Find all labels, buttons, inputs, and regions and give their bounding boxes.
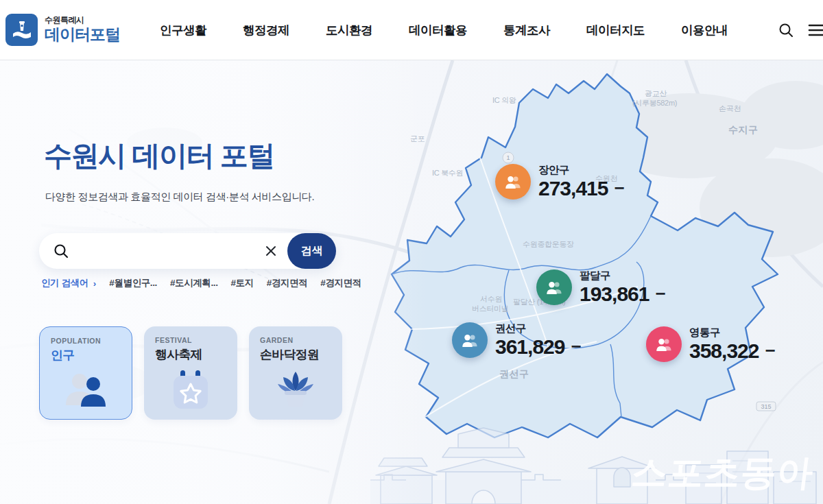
- popular-keywords-label[interactable]: 인기 검색어: [41, 277, 88, 289]
- main-nav: 인구생활 행정경제 도시환경 데이터활용 통계조사 데이터지도 이용안내: [160, 22, 728, 38]
- population-marker-icon[interactable]: [495, 164, 531, 200]
- popular-keywords-row: 인기 검색어 › #월별인구... #도시계획... #토지 #경지면적 #경지…: [41, 277, 361, 289]
- search-icon: [53, 243, 69, 259]
- logo-title-text: 데이터포털: [45, 25, 120, 43]
- plant-icon: [275, 369, 316, 410]
- search-input[interactable]: [75, 245, 261, 257]
- card-festival[interactable]: FESTIVAL 행사축제: [144, 326, 237, 420]
- nav-item-statistics-survey[interactable]: 통계조사: [503, 22, 550, 38]
- svg-text:버스터미널: 버스터미널: [472, 304, 509, 313]
- district-marker-yeongtong: 영통구 358,322 −: [646, 326, 776, 362]
- population-change-indicator: −: [655, 284, 665, 304]
- card-eyebrow: FESTIVAL: [155, 336, 237, 344]
- svg-text:IC 의왕: IC 의왕: [492, 96, 516, 104]
- hamburger-menu-icon[interactable]: [808, 22, 823, 38]
- nav-item-urban-environment[interactable]: 도시환경: [326, 22, 372, 38]
- keyword-tag[interactable]: #경지면적: [267, 277, 308, 289]
- district-marker-gwonseon: 권선구 361,829 −: [452, 322, 582, 358]
- card-population[interactable]: POPULATION 인구: [39, 326, 132, 420]
- district-name: 권선구: [495, 322, 582, 334]
- population-marker-icon[interactable]: [452, 322, 488, 358]
- svg-text:IC 북수원: IC 북수원: [432, 169, 463, 177]
- search-button[interactable]: 검색: [287, 233, 336, 269]
- svg-text:권선구: 권선구: [499, 368, 529, 379]
- card-label: 인구: [51, 347, 132, 363]
- nav-item-population-life[interactable]: 인구생활: [160, 22, 206, 38]
- population-change-indicator: −: [614, 178, 624, 198]
- nav-item-user-guide[interactable]: 이용안내: [681, 22, 728, 38]
- keyword-tag[interactable]: #토지: [230, 277, 253, 289]
- card-label: 손바닥정원: [260, 346, 342, 363]
- keyword-tag[interactable]: #경지면적: [320, 277, 361, 289]
- page-subtitle: 다양한 정보검색과 효율적인 데이터 검색·분석 서비스입니다.: [45, 191, 314, 204]
- district-name: 장안구: [538, 164, 625, 176]
- district-marker-jangan: 장안구 273,415 −: [495, 164, 625, 200]
- people-icon: [63, 370, 108, 409]
- district-population: 361,829: [495, 335, 564, 358]
- card-eyebrow: POPULATION: [51, 337, 132, 345]
- district-name: 팔달구: [580, 269, 666, 281]
- svg-text:315: 315: [761, 403, 771, 410]
- district-population: 273,415: [538, 177, 608, 200]
- svg-text:손곡천: 손곡천: [719, 104, 741, 112]
- card-garden[interactable]: GARDEN 손바닥정원: [249, 326, 342, 420]
- clear-search-icon[interactable]: [261, 241, 281, 261]
- svg-text:수지구: 수지구: [728, 124, 759, 135]
- population-change-indicator: −: [765, 341, 775, 361]
- keyword-tag[interactable]: #도시계획...: [170, 277, 218, 289]
- chevron-right-icon[interactable]: ›: [93, 278, 97, 289]
- nav-item-data-map[interactable]: 데이터지도: [586, 22, 645, 38]
- population-marker-icon[interactable]: [536, 269, 572, 305]
- district-name: 영통구: [689, 326, 776, 338]
- suwon-lighthouse-logo-icon: [5, 14, 38, 46]
- svg-text:광교산: 광교산: [645, 89, 667, 97]
- district-population: 358,322: [689, 339, 759, 362]
- population-change-indicator: −: [571, 337, 581, 357]
- site-logo[interactable]: 수원특례시 데이터포털: [5, 14, 120, 46]
- population-marker-icon[interactable]: [646, 326, 682, 362]
- search-bar: 검색: [39, 233, 336, 269]
- calendar-star-icon: [171, 369, 211, 410]
- quick-link-cards: POPULATION 인구 FESTIVAL 행사축제 GARDEN 손바닥정원: [39, 326, 342, 420]
- svg-text:서수원: 서수원: [480, 295, 502, 303]
- svg-text:수원종합운동장: 수원종합운동장: [523, 240, 574, 248]
- district-population: 193,861: [580, 283, 649, 305]
- card-eyebrow: GARDEN: [260, 336, 342, 344]
- district-marker-paldal: 팔달구 193,861 −: [536, 269, 666, 305]
- nav-item-admin-economy[interactable]: 행정경제: [243, 22, 289, 38]
- card-label: 행사축제: [155, 346, 237, 363]
- keyword-tag[interactable]: #월별인구...: [109, 277, 157, 289]
- logo-agency-text: 수원특례시: [45, 16, 120, 25]
- svg-text:1: 1: [506, 154, 510, 161]
- hero-section: 수지구 손곡천 광교산 (시루봉582m) IC 의왕 IC 북수원 수원천 서…: [0, 60, 823, 504]
- svg-text:(시루봉582m): (시루봉582m): [632, 99, 677, 107]
- top-navigation-bar: 수원특례시 데이터포털 인구생활 행정경제 도시환경 데이터활용 통계조사 데이…: [0, 0, 823, 60]
- header-search-icon[interactable]: [778, 22, 794, 38]
- svg-text:군포: 군포: [410, 134, 425, 143]
- page-title: 수원시 데이터 포털: [44, 137, 274, 175]
- nav-item-data-use[interactable]: 데이터활용: [409, 22, 467, 38]
